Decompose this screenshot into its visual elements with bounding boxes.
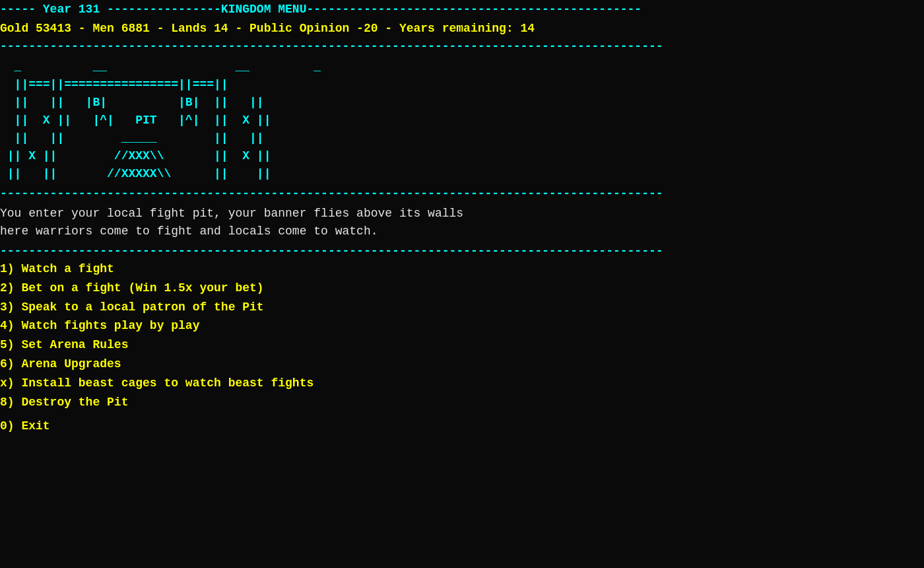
stats-line: Gold 53413 - Men 6881 - Lands 14 - Publi… xyxy=(0,19,924,38)
menu-item-4[interactable]: 4) Watch fights play by play xyxy=(0,316,924,336)
menu-item-x[interactable]: x) Install beast cages to watch beast fi… xyxy=(0,374,924,393)
menu-item-exit[interactable]: 0) Exit xyxy=(0,417,924,436)
description-text: You enter your local fight pit, your ban… xyxy=(0,202,924,243)
divider-top: ----------------------------------------… xyxy=(0,38,924,55)
menu-item-3[interactable]: 3) Speak to a local patron of the Pit xyxy=(0,298,924,317)
menu-item-6[interactable]: 6) Arena Upgrades xyxy=(0,355,924,374)
divider-mid: ----------------------------------------… xyxy=(0,186,924,202)
menu-list: 1) Watch a fight 2) Bet on a fight (Win … xyxy=(0,260,924,436)
ascii-art-display: _ __ __ _ ||===||================||===||… xyxy=(0,55,924,186)
header-title: ----- Year 131 ----------------KINGDOM M… xyxy=(0,0,924,19)
menu-item-8[interactable]: 8) Destroy the Pit xyxy=(0,393,924,412)
menu-item-1[interactable]: 1) Watch a fight xyxy=(0,260,924,279)
menu-item-2[interactable]: 2) Bet on a fight (Win 1.5x your bet) xyxy=(0,279,924,298)
divider-desc: ----------------------------------------… xyxy=(0,243,924,260)
terminal: ----- Year 131 ----------------KINGDOM M… xyxy=(0,0,924,568)
menu-item-5[interactable]: 5) Set Arena Rules xyxy=(0,336,924,355)
